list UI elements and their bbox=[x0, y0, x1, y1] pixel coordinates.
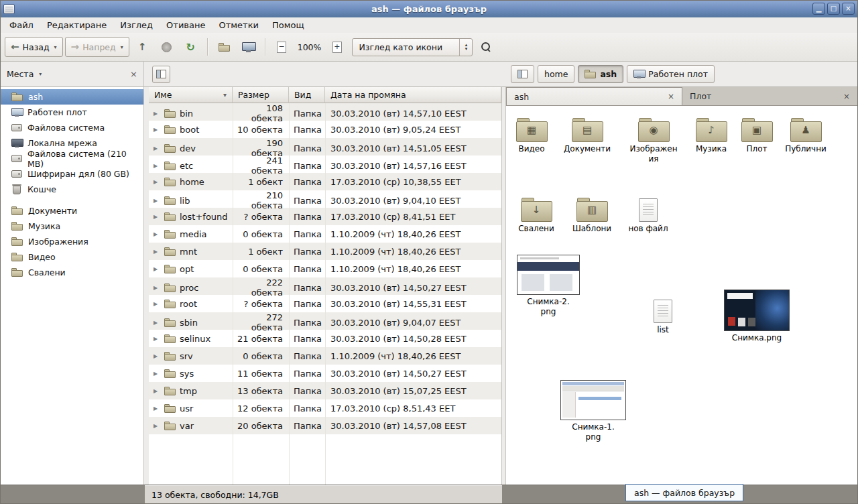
column-header-modified[interactable]: Дата на промяна bbox=[325, 87, 501, 103]
folder-icon bbox=[164, 230, 176, 239]
icon-item-list-file[interactable]: list bbox=[635, 299, 691, 335]
menu-bookmarks[interactable]: Отметки bbox=[212, 19, 265, 32]
icon-item-desktop-folder[interactable]: ▣Плот bbox=[729, 118, 785, 154]
sidebar-item-label: Свалени bbox=[28, 267, 66, 277]
sidebar-item-images[interactable]: Изображения bbox=[0, 234, 143, 249]
menu-edit[interactable]: Редактиране bbox=[40, 19, 113, 32]
expander-icon[interactable]: ▶ bbox=[154, 179, 160, 185]
expander-icon[interactable]: ▶ bbox=[154, 301, 160, 307]
folder-icon bbox=[164, 212, 176, 221]
expander-icon[interactable]: ▶ bbox=[154, 198, 160, 204]
folder-icon bbox=[164, 422, 176, 430]
icon-item-public-folder[interactable]: ♟Публични bbox=[778, 118, 834, 154]
cell-name: ▶sys bbox=[149, 369, 233, 379]
expander-icon[interactable]: ▶ bbox=[154, 423, 160, 429]
path-button-desktop[interactable]: Работен плот bbox=[627, 65, 715, 83]
menu-help[interactable]: Помощ bbox=[265, 19, 311, 32]
sidebar-item-encrypted-80gb[interactable]: Шифриран дял (80 GB) bbox=[0, 166, 143, 182]
sidebar-item-filesystem[interactable]: Файлова система bbox=[0, 120, 143, 135]
column-header-size[interactable]: Размер bbox=[233, 87, 289, 103]
view-mode-select[interactable]: Изглед като икони ▴▾ bbox=[352, 38, 473, 56]
maximize-button[interactable]: □ bbox=[827, 3, 840, 15]
expander-icon[interactable]: ▶ bbox=[154, 127, 160, 133]
path-button-home[interactable]: home bbox=[538, 65, 574, 83]
back-button[interactable]: ← Назад ▾ bbox=[5, 37, 63, 57]
pane-splitter[interactable] bbox=[501, 87, 506, 485]
close-button[interactable]: × bbox=[842, 3, 855, 15]
path-button-ash[interactable]: ash bbox=[578, 65, 623, 83]
home-button[interactable] bbox=[213, 37, 235, 57]
sidebar-item-documents[interactable]: Документи bbox=[0, 203, 143, 218]
root-location-button[interactable] bbox=[152, 66, 170, 83]
forward-dropdown-icon[interactable]: ▾ bbox=[121, 44, 123, 50]
places-close-button[interactable]: × bbox=[130, 69, 137, 79]
icon-item-images-folder[interactable]: ◉Изображен ия bbox=[625, 118, 682, 164]
sidebar-item-video[interactable]: Видео bbox=[0, 249, 143, 265]
tab-plot[interactable]: Плот× bbox=[682, 87, 858, 105]
icon-item-snimka-2[interactable]: Снимка-2. png bbox=[511, 255, 585, 317]
sidebar-item-trash[interactable]: Кошче bbox=[0, 182, 143, 197]
pane-splitter[interactable] bbox=[144, 87, 149, 485]
tab-close-icon[interactable]: × bbox=[668, 92, 674, 101]
expander-icon[interactable]: ▶ bbox=[154, 336, 160, 342]
expander-icon[interactable]: ▶ bbox=[154, 405, 160, 412]
icon-item-snimka-1[interactable]: Снимка-1. png bbox=[553, 380, 633, 442]
cell-modified: 30.03.2010 (вт) 14,50,28 EEST bbox=[325, 334, 501, 344]
icon-view[interactable]: ▦Видео▤Документи◉Изображен ия♪Музика▣Пло… bbox=[506, 106, 858, 485]
zoom-in-button[interactable]: + bbox=[326, 37, 348, 57]
sidebar-item-ash[interactable]: ash bbox=[0, 89, 143, 105]
sidebar-item-downloads[interactable]: Свалени bbox=[0, 265, 143, 280]
tab-close-icon[interactable]: × bbox=[843, 92, 850, 101]
menu-go[interactable]: Отиване bbox=[160, 19, 212, 32]
sidebar-item-filesystem-210mb[interactable]: Файлова система (210 MB) bbox=[0, 151, 143, 166]
spinner-icons[interactable]: ▴▾ bbox=[459, 39, 472, 56]
taskbar-tooltip: ash — файлов браузър bbox=[625, 484, 743, 501]
icon-item-video-folder[interactable]: ▦Видео bbox=[506, 118, 560, 154]
expander-icon[interactable]: ▶ bbox=[154, 266, 160, 272]
sidebar-item-desktop[interactable]: Работен плот bbox=[0, 105, 143, 120]
zoom-out-button[interactable]: − bbox=[271, 37, 293, 57]
stop-icon bbox=[162, 42, 172, 52]
column-header-name[interactable]: Име▾ bbox=[149, 87, 233, 103]
expander-icon[interactable]: ▶ bbox=[154, 285, 160, 291]
path-button-root[interactable] bbox=[511, 65, 534, 83]
expander-icon[interactable]: ▶ bbox=[154, 371, 160, 377]
icon-item-documents-folder[interactable]: ▤Документи bbox=[559, 118, 615, 154]
drive-icon bbox=[11, 155, 22, 162]
back-dropdown-icon[interactable]: ▾ bbox=[54, 44, 57, 50]
expander-icon[interactable]: ▶ bbox=[154, 320, 160, 326]
icon-item-snimka[interactable]: Снимка.png bbox=[717, 290, 797, 343]
reload-button[interactable]: ↻ bbox=[180, 37, 202, 57]
expander-icon[interactable]: ▶ bbox=[154, 163, 160, 169]
search-button[interactable] bbox=[475, 37, 497, 57]
cell-name: ▶mnt bbox=[149, 247, 233, 257]
cell-name: ▶bin bbox=[149, 109, 233, 119]
expander-icon[interactable]: ▶ bbox=[154, 231, 160, 237]
cell-size: ? обекта bbox=[233, 212, 289, 222]
icon-item-templates-folder[interactable]: ▥Шаблони bbox=[564, 198, 620, 234]
expander-icon[interactable]: ▶ bbox=[154, 388, 160, 394]
expander-icon[interactable]: ▶ bbox=[154, 145, 160, 151]
stop-button[interactable] bbox=[156, 37, 178, 57]
menu-view[interactable]: Изглед bbox=[113, 19, 160, 32]
person-emblem-icon: ♟ bbox=[790, 124, 822, 136]
icon-item-new-file[interactable]: нов файл bbox=[620, 198, 676, 234]
expander-icon[interactable]: ▶ bbox=[154, 249, 160, 255]
places-selector[interactable]: Места ▾ bbox=[7, 69, 42, 79]
icon-label: Снимка.png bbox=[717, 333, 797, 343]
expander-icon[interactable]: ▶ bbox=[154, 111, 160, 117]
minimize-button[interactable]: ▁ bbox=[812, 3, 825, 15]
sidebar-item-music[interactable]: Музика bbox=[0, 218, 143, 234]
expander-icon[interactable]: ▶ bbox=[154, 214, 160, 220]
up-button[interactable]: ↑ bbox=[131, 37, 154, 57]
forward-button[interactable]: → Напред ▾ bbox=[65, 37, 129, 57]
cell-type: Папка bbox=[289, 264, 325, 274]
cell-type: Папка bbox=[289, 161, 325, 171]
column-header-type[interactable]: Вид bbox=[289, 87, 325, 103]
title-bar: ash — файлов браузър ▁ □ × bbox=[0, 0, 858, 17]
icon-item-downloads-folder[interactable]: ↓Свалени bbox=[508, 198, 564, 234]
computer-button[interactable] bbox=[237, 37, 259, 57]
menu-file[interactable]: Файл bbox=[3, 19, 40, 32]
tab-ash[interactable]: ash× bbox=[506, 87, 682, 105]
expander-icon[interactable]: ▶ bbox=[154, 353, 160, 359]
